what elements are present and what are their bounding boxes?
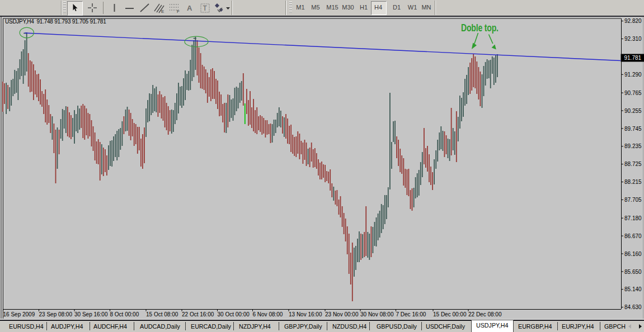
svg-text:30 Nov 08:00: 30 Nov 08:00: [360, 311, 394, 317]
svg-text:8 Oct 00:00: 8 Oct 00:00: [110, 311, 139, 317]
svg-text:89.745: 89.745: [624, 126, 642, 132]
svg-text:Doble top.: Doble top.: [461, 22, 499, 33]
svg-text:86.160: 86.160: [624, 251, 642, 257]
svg-text:88.215: 88.215: [624, 179, 642, 185]
svg-text:30 Sep 16:00: 30 Sep 16:00: [74, 311, 108, 317]
svg-text:USDJPY,H4 91.748 91.793 91.70: USDJPY,H4 91.748 91.793 91.705 91.781: [5, 18, 106, 25]
svg-text:15 Dec 00:00: 15 Dec 00:00: [433, 311, 467, 317]
svg-text:6 Nov 08:00: 6 Nov 08:00: [253, 311, 283, 317]
svg-text:23 Sep 08:00: 23 Sep 08:00: [39, 311, 73, 317]
svg-text:90.255: 90.255: [624, 108, 642, 114]
svg-text:84.630: 84.630: [624, 304, 642, 310]
svg-text:91.781: 91.781: [624, 55, 642, 61]
svg-text:85.650: 85.650: [624, 269, 642, 275]
svg-text:85.140: 85.140: [624, 286, 642, 292]
svg-text:87.180: 87.180: [624, 215, 642, 221]
svg-text:22 Oct 16:00: 22 Oct 16:00: [182, 311, 214, 317]
svg-text:22 Dec 08:00: 22 Dec 08:00: [468, 311, 502, 317]
svg-text:86.670: 86.670: [624, 233, 642, 239]
svg-text:13 Nov 16:00: 13 Nov 16:00: [289, 311, 322, 317]
svg-text:23 Nov 00:00: 23 Nov 00:00: [325, 311, 359, 317]
svg-text:92.310: 92.310: [624, 36, 642, 42]
svg-text:88.725: 88.725: [624, 161, 642, 167]
svg-text:16 Sep 2009: 16 Sep 2009: [3, 311, 35, 317]
svg-text:87.705: 87.705: [624, 197, 642, 203]
svg-text:30 Oct 00:00: 30 Oct 00:00: [218, 311, 250, 317]
svg-text:15 Oct 08:00: 15 Oct 08:00: [146, 311, 178, 317]
svg-text:89.235: 89.235: [624, 143, 642, 149]
svg-text:7 Dec 16:00: 7 Dec 16:00: [396, 311, 426, 317]
svg-text:91.290: 91.290: [624, 72, 642, 78]
svg-text:92.820: 92.820: [624, 18, 642, 24]
svg-text:90.765: 90.765: [624, 90, 642, 96]
